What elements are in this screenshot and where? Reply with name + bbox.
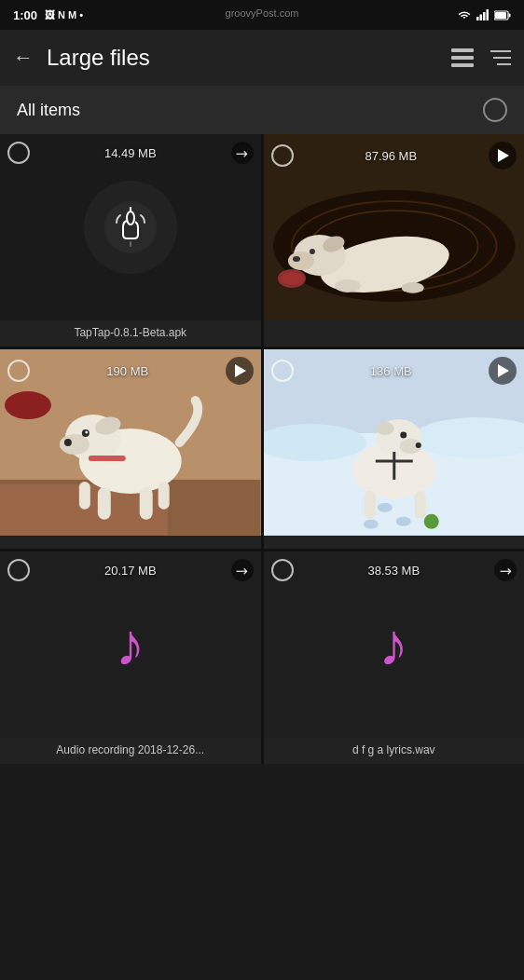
music-note-icon-2: ♪	[379, 610, 408, 679]
svg-rect-5	[495, 12, 506, 19]
item-top-dog-snow: 136 MB	[271, 357, 517, 385]
item-top-audio-1: 20.17 MB ↗	[7, 559, 254, 581]
time-display: 1:00	[13, 8, 37, 22]
svg-rect-2	[483, 12, 486, 20]
svg-rect-43	[89, 456, 126, 461]
music-note-icon-1: ♪	[116, 610, 145, 679]
svg-point-49	[377, 503, 392, 512]
item-label-5: Audio recording 2018-12-26...	[0, 738, 261, 764]
item-label-2	[264, 333, 525, 347]
svg-point-21	[287, 252, 313, 270]
notification-icons: 🖼 N M •	[45, 9, 83, 20]
svg-point-23	[309, 249, 314, 254]
item-top-audio-2: 38.53 MB ↗	[271, 559, 517, 581]
svg-point-34	[60, 434, 90, 455]
svg-point-50	[395, 517, 410, 526]
svg-rect-3	[487, 9, 490, 20]
expand-icon-1[interactable]: ↗	[231, 142, 254, 164]
audio-thumbnail-2: ♪ 38.53 MB ↗	[264, 551, 525, 738]
play-button-4[interactable]	[489, 357, 517, 385]
list-view-icon[interactable]	[451, 48, 474, 67]
item-top-dog-lying: 87.96 MB	[271, 142, 517, 170]
svg-point-55	[415, 442, 421, 448]
battery-icon	[494, 10, 511, 20]
back-button[interactable]: ←	[13, 46, 34, 70]
grid-item-dog-snow[interactable]: 136 MB	[264, 349, 525, 549]
svg-rect-58	[364, 491, 375, 519]
item-size-2: 87.96 MB	[365, 149, 417, 163]
svg-rect-0	[476, 17, 479, 20]
svg-rect-8	[451, 56, 474, 60]
svg-point-35	[64, 439, 72, 446]
wifi-icon	[457, 9, 472, 20]
svg-rect-6	[509, 13, 511, 17]
expand-icon-5[interactable]: ↗	[231, 559, 254, 581]
play-button-2[interactable]	[489, 142, 517, 170]
select-all-checkbox[interactable]	[483, 98, 507, 122]
item-size-6: 38.53 MB	[367, 564, 420, 578]
svg-point-28	[280, 272, 302, 285]
grid-item-apk[interactable]: 14.49 MB ↗ TapTap-0.8.1-Beta.apk	[0, 134, 261, 347]
audio-thumbnail-1: ♪ 20.17 MB ↗	[0, 551, 261, 738]
status-icons	[457, 9, 511, 20]
svg-rect-40	[140, 487, 153, 520]
grid-item-audio-2[interactable]: ♪ 38.53 MB ↗ d f g a lyrics.wav	[264, 551, 525, 764]
dog-standing-thumbnail: 190 MB	[0, 349, 261, 536]
item-checkbox-6[interactable]	[271, 559, 294, 581]
play-triangle-2	[498, 149, 509, 162]
expand-icon-6[interactable]: ↗	[494, 559, 517, 581]
item-checkbox-3[interactable]	[7, 360, 30, 382]
item-size-4: 136 MB	[370, 364, 412, 378]
svg-point-60	[423, 514, 438, 529]
item-top-dog-standing: 190 MB	[7, 357, 254, 385]
page-title: Large files	[47, 45, 438, 71]
filter-bar: All items	[0, 86, 524, 134]
item-size-3: 190 MB	[106, 364, 148, 378]
apk-icon	[84, 181, 177, 274]
svg-rect-42	[159, 482, 170, 510]
svg-point-26	[401, 282, 423, 293]
dog-snow-thumbnail: 136 MB	[264, 349, 525, 536]
svg-rect-39	[98, 487, 111, 520]
svg-rect-9	[451, 63, 474, 67]
item-size-1: 14.49 MB	[104, 146, 157, 160]
svg-point-25	[334, 279, 360, 293]
item-label-4	[264, 536, 525, 549]
apk-thumbnail: 14.49 MB ↗	[0, 134, 261, 320]
svg-point-51	[363, 520, 378, 529]
item-checkbox-4[interactable]	[271, 360, 294, 382]
svg-point-57	[375, 422, 393, 435]
item-checkbox-5[interactable]	[7, 559, 30, 581]
grid-item-dog-standing[interactable]: 190 MB	[0, 349, 261, 549]
svg-point-37	[85, 431, 88, 434]
play-triangle-4	[498, 364, 509, 377]
svg-point-56	[400, 432, 407, 439]
svg-point-44	[5, 391, 51, 419]
header: ← Large files	[0, 30, 524, 86]
filter-label: All items	[17, 101, 80, 120]
item-size-5: 20.17 MB	[104, 564, 157, 578]
svg-rect-7	[451, 48, 474, 52]
header-actions	[451, 48, 511, 67]
item-checkbox-1[interactable]	[7, 142, 30, 164]
status-time: 1:00 🖼 N M •	[13, 8, 83, 22]
dog-lying-thumbnail: 87.96 MB	[264, 134, 525, 320]
play-triangle-3	[235, 364, 246, 377]
play-button-3[interactable]	[226, 357, 254, 385]
status-bar: 1:00 🖼 N M •	[0, 0, 524, 30]
item-top-apk: 14.49 MB ↗	[7, 142, 254, 164]
svg-rect-1	[480, 15, 483, 21]
svg-point-22	[292, 256, 299, 262]
sort-icon[interactable]	[490, 49, 511, 66]
item-label-3	[0, 536, 261, 549]
svg-rect-59	[414, 491, 425, 519]
item-checkbox-2[interactable]	[271, 144, 294, 167]
grid-item-dog-lying[interactable]: 87.96 MB	[264, 134, 525, 347]
file-grid: 14.49 MB ↗ TapTap-0.8.1-Beta.apk	[0, 134, 524, 764]
grid-item-audio-1[interactable]: ♪ 20.17 MB ↗ Audio recording 2018-12-26.…	[0, 551, 261, 764]
item-label-1: TapTap-0.8.1-Beta.apk	[0, 320, 261, 347]
svg-rect-41	[79, 482, 90, 510]
signal-icon	[476, 9, 490, 20]
item-label-6: d f g a lyrics.wav	[264, 738, 525, 764]
